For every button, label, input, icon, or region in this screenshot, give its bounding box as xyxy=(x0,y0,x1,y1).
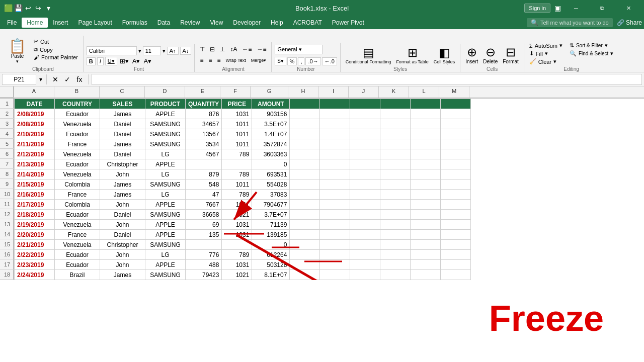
cell[interactable] xyxy=(290,230,320,240)
header-j[interactable] xyxy=(350,99,380,109)
cell[interactable] xyxy=(350,270,380,280)
cell[interactable]: Colombia xyxy=(55,179,100,190)
menu-view[interactable]: View xyxy=(205,18,228,28)
row-num-7[interactable]: 7 xyxy=(0,159,14,169)
col-header-a[interactable]: A xyxy=(14,86,54,98)
delete-button[interactable]: ⊖ Delete xyxy=(481,45,500,65)
cell[interactable]: SAMSUNG xyxy=(145,270,186,280)
cell[interactable] xyxy=(290,240,320,250)
cell[interactable] xyxy=(186,240,222,250)
header-date[interactable]: DATE xyxy=(15,99,55,109)
percent-button[interactable]: % xyxy=(287,57,297,65)
cell[interactable] xyxy=(290,169,320,179)
cell[interactable]: 4567 xyxy=(186,149,222,159)
cell[interactable] xyxy=(441,169,471,179)
row-num-13[interactable]: 13 xyxy=(0,219,14,229)
cell[interactable] xyxy=(290,210,320,220)
cell[interactable]: 789 xyxy=(222,149,252,159)
row-num-3[interactable]: 3 xyxy=(0,119,14,129)
cell[interactable]: LG xyxy=(145,149,186,159)
cell[interactable]: APPLE xyxy=(145,260,186,270)
row-num-17[interactable]: 17 xyxy=(0,259,14,269)
cell[interactable] xyxy=(320,240,350,250)
header-product[interactable]: PRODUCT xyxy=(145,99,186,109)
header-m[interactable] xyxy=(441,99,471,109)
formula-input[interactable] xyxy=(92,74,642,85)
indent-decrease-button[interactable]: ←≡ xyxy=(240,44,254,54)
cell[interactable]: Ecuador xyxy=(55,250,100,260)
cell[interactable] xyxy=(320,200,350,210)
cell[interactable] xyxy=(290,179,320,190)
row-num-5[interactable]: 5 xyxy=(0,139,14,149)
cell[interactable]: LG xyxy=(145,250,186,260)
cell[interactable] xyxy=(380,270,411,280)
cell[interactable]: 548 xyxy=(186,179,222,190)
cell[interactable] xyxy=(350,230,380,240)
cell[interactable]: 0 xyxy=(252,159,290,169)
font-name-input[interactable] xyxy=(87,46,137,55)
cell[interactable]: 2/23/2019 xyxy=(15,260,55,270)
copy-button[interactable]: ⧉ Copy xyxy=(32,46,80,53)
cell[interactable]: John xyxy=(100,169,145,179)
cell[interactable]: 1031 xyxy=(222,220,252,230)
cell[interactable] xyxy=(350,109,380,119)
cell[interactable] xyxy=(380,220,411,230)
search-placeholder[interactable]: Tell me what you want to do xyxy=(540,20,609,26)
cell[interactable] xyxy=(411,230,441,240)
cell[interactable] xyxy=(290,159,320,169)
header-country[interactable]: COUNTRY xyxy=(55,99,100,109)
cell[interactable] xyxy=(411,260,441,270)
cell[interactable] xyxy=(290,260,320,270)
menu-help[interactable]: Help xyxy=(266,18,288,28)
col-header-e[interactable]: E xyxy=(185,86,220,98)
cut-button[interactable]: ✂ Cut xyxy=(32,38,80,45)
cell[interactable] xyxy=(290,220,320,230)
cell[interactable]: James xyxy=(100,109,145,119)
cell[interactable] xyxy=(350,119,380,129)
cell[interactable] xyxy=(411,240,441,250)
cell[interactable] xyxy=(411,159,441,169)
cell[interactable]: APPLE xyxy=(145,200,186,210)
cell[interactable] xyxy=(350,129,380,139)
cell[interactable]: James xyxy=(100,270,145,280)
cell[interactable]: LG xyxy=(145,190,186,200)
cell[interactable]: 2/15/2019 xyxy=(15,179,55,190)
insert-function-button[interactable]: fx xyxy=(74,74,85,85)
cell[interactable]: 3572874 xyxy=(252,139,290,149)
row-num-2[interactable]: 2 xyxy=(0,109,14,119)
more-icon[interactable]: ▾ xyxy=(44,4,52,12)
cell[interactable]: Brazil xyxy=(55,270,100,280)
cell[interactable] xyxy=(320,270,350,280)
cell[interactable]: Colombia xyxy=(55,200,100,210)
menu-review[interactable]: Review xyxy=(175,18,205,28)
header-k[interactable] xyxy=(380,99,411,109)
cell[interactable]: 488 xyxy=(186,260,222,270)
cell[interactable]: 2/13/2019 xyxy=(15,159,55,169)
cell[interactable]: 789 xyxy=(222,169,252,179)
cell[interactable] xyxy=(411,119,441,129)
cell[interactable]: France xyxy=(55,230,100,240)
cell[interactable]: APPLE xyxy=(145,230,186,240)
cell[interactable] xyxy=(290,109,320,119)
conditional-formatting-button[interactable]: ▤ Conditional Formatting xyxy=(344,46,393,65)
cell[interactable]: Venezuela xyxy=(55,240,100,250)
menu-formulas[interactable]: Formulas xyxy=(117,18,152,28)
row-num-4[interactable]: 4 xyxy=(0,129,14,139)
cell[interactable] xyxy=(441,190,471,200)
header-amount[interactable]: AMOUNT xyxy=(252,99,290,109)
cell[interactable] xyxy=(350,260,380,270)
increase-decimal-button[interactable]: .0→ xyxy=(305,57,320,65)
cell[interactable]: 139185 xyxy=(252,230,290,240)
cell[interactable]: 1031 xyxy=(222,230,252,240)
cell[interactable]: SAMSUNG xyxy=(145,119,186,129)
cell[interactable] xyxy=(411,250,441,260)
cell[interactable]: 2/14/2019 xyxy=(15,169,55,179)
cell[interactable]: Ecuador xyxy=(55,210,100,220)
cell[interactable] xyxy=(441,210,471,220)
cell[interactable] xyxy=(350,149,380,159)
header-quantity[interactable]: QUANTITY xyxy=(186,99,222,109)
cell[interactable]: Daniel xyxy=(100,149,145,159)
cell[interactable]: France xyxy=(55,139,100,149)
cell[interactable] xyxy=(320,169,350,179)
cell[interactable]: SAMSUNG xyxy=(145,210,186,220)
